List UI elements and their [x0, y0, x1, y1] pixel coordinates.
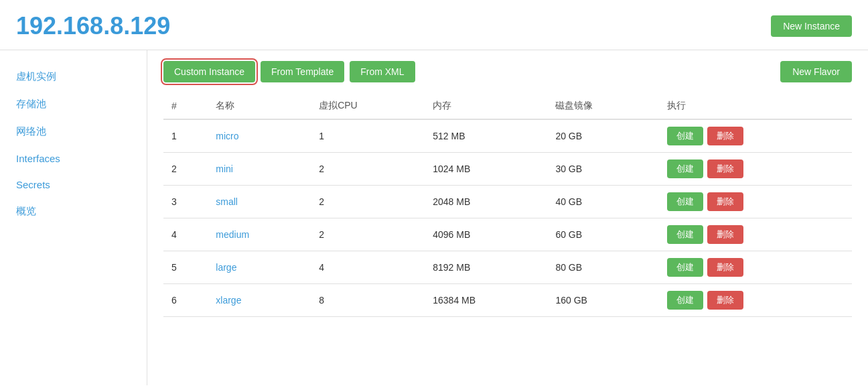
col-header-vcpu: 虚拟CPU: [311, 93, 425, 119]
cell-actions: 创建 删除: [659, 218, 852, 251]
cell-id: 1: [163, 119, 208, 153]
content-area: Custom Instance From Template From XML N…: [147, 50, 868, 385]
tab-from-xml[interactable]: From XML: [350, 61, 415, 82]
cell-actions: 创建 删除: [659, 251, 852, 284]
cell-vcpu: 1: [311, 119, 425, 153]
col-header-actions: 执行: [659, 93, 852, 119]
table-row: 5 large 4 8192 MB 80 GB 创建 删除: [163, 251, 852, 284]
delete-button[interactable]: 删除: [707, 127, 743, 145]
cell-vcpu: 2: [311, 153, 425, 186]
table-row: 2 mini 2 1024 MB 30 GB 创建 删除: [163, 153, 852, 186]
create-button[interactable]: 创建: [667, 192, 703, 211]
sidebar-item-interfaces[interactable]: Interfaces: [7, 146, 140, 171]
delete-button[interactable]: 删除: [707, 159, 743, 178]
page-header: 192.168.8.129 New Instance: [0, 0, 868, 50]
cell-id: 6: [163, 284, 208, 317]
create-button[interactable]: 创建: [667, 258, 703, 277]
cell-name: mini: [208, 153, 311, 186]
create-button[interactable]: 创建: [667, 127, 703, 145]
sidebar-item-overview[interactable]: 概览: [7, 198, 140, 224]
delete-button[interactable]: 删除: [707, 192, 743, 211]
sidebar-item-network[interactable]: 网络池: [7, 119, 140, 145]
delete-button[interactable]: 删除: [707, 291, 743, 310]
cell-id: 4: [163, 218, 208, 251]
tab-from-template[interactable]: From Template: [261, 61, 344, 82]
cell-name: xlarge: [208, 284, 311, 317]
delete-button[interactable]: 删除: [707, 258, 743, 277]
main-layout: 虚机实例 存储池 网络池 Interfaces Secrets 概览 Custo…: [0, 50, 868, 385]
sidebar: 虚机实例 存储池 网络池 Interfaces Secrets 概览: [0, 50, 147, 385]
cell-disk: 30 GB: [547, 153, 659, 186]
sidebar-item-secrets[interactable]: Secrets: [7, 172, 140, 197]
create-button[interactable]: 创建: [667, 225, 703, 244]
cell-disk: 80 GB: [547, 251, 659, 284]
cell-memory: 16384 MB: [425, 284, 547, 317]
table-row: 6 xlarge 8 16384 MB 160 GB 创建 删除: [163, 284, 852, 317]
new-instance-button[interactable]: New Instance: [771, 15, 852, 37]
cell-memory: 2048 MB: [425, 186, 547, 218]
create-button[interactable]: 创建: [667, 159, 703, 178]
col-header-memory: 内存: [425, 93, 547, 119]
cell-vcpu: 8: [311, 284, 425, 317]
cell-memory: 4096 MB: [425, 218, 547, 251]
cell-disk: 40 GB: [547, 186, 659, 218]
cell-vcpu: 4: [311, 251, 425, 284]
create-button[interactable]: 创建: [667, 291, 703, 310]
cell-disk: 60 GB: [547, 218, 659, 251]
cell-id: 5: [163, 251, 208, 284]
cell-actions: 创建 删除: [659, 153, 852, 186]
sidebar-item-vms[interactable]: 虚机实例: [7, 64, 140, 90]
col-header-disk: 磁盘镜像: [547, 93, 659, 119]
cell-memory: 8192 MB: [425, 251, 547, 284]
cell-actions: 创建 删除: [659, 284, 852, 317]
tab-custom-instance[interactable]: Custom Instance: [163, 61, 255, 82]
cell-name: micro: [208, 119, 311, 153]
table-row: 1 micro 1 512 MB 20 GB 创建 删除: [163, 119, 852, 153]
sidebar-item-storage[interactable]: 存储池: [7, 91, 140, 117]
flavor-table: # 名称 虚拟CPU 内存 磁盘镜像 执行 1 micro 1 512 MB 2…: [163, 93, 852, 317]
tab-buttons: Custom Instance From Template From XML: [163, 61, 415, 82]
cell-name: medium: [208, 218, 311, 251]
page-title: 192.168.8.129: [16, 12, 170, 40]
table-header-row: # 名称 虚拟CPU 内存 磁盘镜像 执行: [163, 93, 852, 119]
delete-button[interactable]: 删除: [707, 225, 743, 244]
cell-actions: 创建 删除: [659, 186, 852, 218]
cell-actions: 创建 删除: [659, 119, 852, 153]
col-header-name: 名称: [208, 93, 311, 119]
cell-vcpu: 2: [311, 186, 425, 218]
cell-id: 3: [163, 186, 208, 218]
table-row: 4 medium 2 4096 MB 60 GB 创建 删除: [163, 218, 852, 251]
tab-bar: Custom Instance From Template From XML N…: [163, 61, 852, 82]
cell-name: large: [208, 251, 311, 284]
new-flavor-button[interactable]: New Flavor: [780, 61, 852, 82]
cell-id: 2: [163, 153, 208, 186]
table-row: 3 small 2 2048 MB 40 GB 创建 删除: [163, 186, 852, 218]
col-header-id: #: [163, 93, 208, 119]
cell-memory: 1024 MB: [425, 153, 547, 186]
cell-memory: 512 MB: [425, 119, 547, 153]
cell-name: small: [208, 186, 311, 218]
cell-vcpu: 2: [311, 218, 425, 251]
cell-disk: 20 GB: [547, 119, 659, 153]
cell-disk: 160 GB: [547, 284, 659, 317]
